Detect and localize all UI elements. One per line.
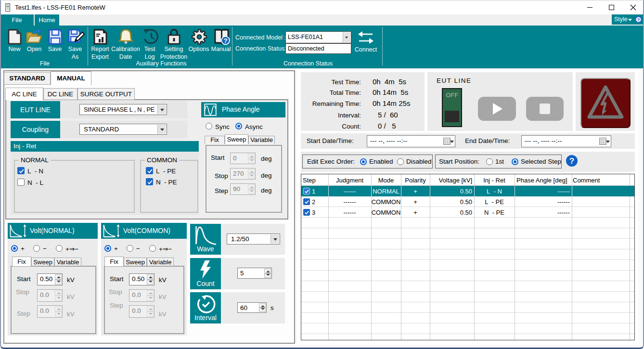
svg-text:?: ? — [223, 37, 227, 44]
svg-text:?: ? — [569, 156, 574, 166]
svg-text:?: ? — [637, 17, 640, 22]
